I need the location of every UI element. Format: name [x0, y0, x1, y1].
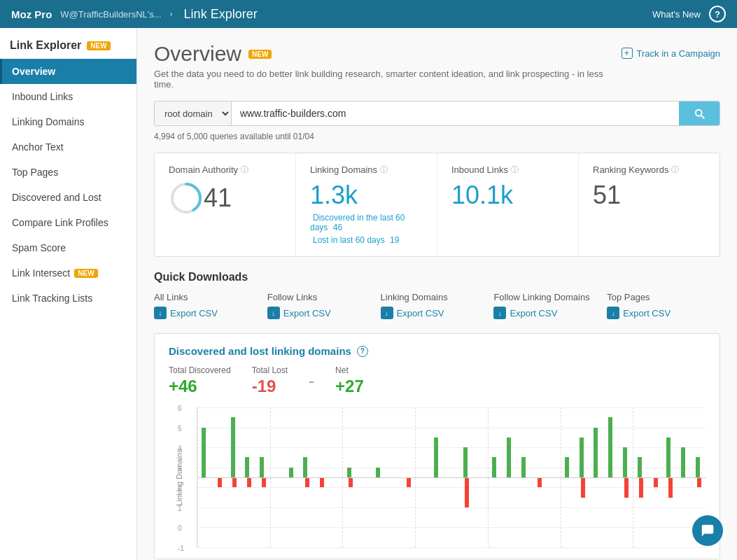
ld-discovered-label: Discovered in the last 60 days: [310, 213, 405, 232]
downloads-row: All Links ↓ Export CSV Follow Links ↓ Ex…: [154, 292, 720, 319]
download-icon-2: ↓: [267, 307, 280, 319]
overview-heading: Overview: [154, 42, 241, 66]
nav-item-inner: Link Intersect NEW: [12, 267, 127, 279]
sidebar-nav: Overview Inbound Links Linking Domains A…: [0, 59, 136, 311]
sidebar-link-tracking[interactable]: Link Tracking Lists: [0, 286, 136, 311]
quick-downloads-section: Quick Downloads All Links ↓ Export CSV F…: [154, 271, 720, 319]
sidebar-link-compare[interactable]: Compare Link Profiles: [0, 210, 136, 235]
chat-bubble[interactable]: [692, 515, 723, 546]
sidebar-item-linking-domains[interactable]: Linking Domains: [0, 109, 136, 134]
domain-type-select[interactable]: root domain subdomain exact page: [155, 102, 232, 125]
track-campaign-button[interactable]: + Track in a Campaign: [622, 48, 720, 59]
overview-header: Overview NEW Get the data you need to do…: [154, 42, 720, 90]
top-pages-dl-label: Top Pages: [607, 292, 720, 302]
il-info-icon[interactable]: ⓘ: [511, 164, 519, 175]
ld-sub: Discovered in the last 60 days 46: [310, 213, 423, 232]
total-lost: Total Lost -19: [252, 365, 288, 396]
discovered-title: Discovered and lost linking domains ?: [169, 345, 706, 357]
sidebar-item-top-pages[interactable]: Top Pages: [0, 160, 136, 185]
download-all-links: All Links ↓ Export CSV: [154, 292, 267, 319]
follow-ld-label: Follow Linking Domains: [493, 292, 607, 302]
sidebar-item-discovered-lost[interactable]: Discovered and Lost: [0, 185, 136, 210]
top-pages-export[interactable]: ↓ Export CSV: [607, 307, 720, 319]
breadcrumb-chevron: ›: [170, 9, 173, 19]
queries-info: 4,994 of 5,000 queries available until 0…: [154, 132, 720, 141]
bar-chart: Linking Domains 6543210-1: [169, 407, 706, 547]
da-circle-chart: [169, 181, 204, 216]
linking-domains-export[interactable]: ↓ Export CSV: [381, 307, 494, 319]
download-top-pages: Top Pages ↓ Export CSV: [607, 292, 720, 319]
sidebar-item-link-tracking[interactable]: Link Tracking Lists: [0, 286, 136, 311]
da-value-area: 41: [169, 181, 232, 216]
download-follow-links: Follow Links ↓ Export CSV: [267, 292, 381, 319]
download-icon: ↓: [154, 307, 167, 319]
track-campaign-label: Track in a Campaign: [637, 48, 720, 59]
all-links-export[interactable]: ↓ Export CSV: [154, 307, 267, 319]
sidebar-item-link-intersect[interactable]: Link Intersect NEW: [0, 260, 136, 286]
sidebar-link-inbound-links[interactable]: Inbound Links: [0, 84, 136, 109]
account-label[interactable]: W@TrafficBuildersNL's...: [60, 9, 161, 20]
main-content: Overview NEW Get the data you need to do…: [137, 28, 737, 560]
sidebar-item-inbound-links[interactable]: Inbound Links: [0, 84, 136, 109]
total-discovered: Total Discovered +46: [169, 365, 231, 396]
overview-subtitle: Get the data you need to do better link …: [154, 69, 609, 90]
search-bar: root domain subdomain exact page: [154, 101, 720, 126]
overview-title-area: Overview NEW Get the data you need to do…: [154, 42, 609, 90]
sidebar: Link Explorer NEW Overview Inbound Links…: [0, 28, 137, 560]
sidebar-link-linking-domains[interactable]: Linking Domains: [0, 109, 136, 134]
rk-label: Ranking Keywords ⓘ: [593, 164, 706, 175]
stat-domain-authority: Domain Authority ⓘ 41: [155, 153, 296, 256]
whats-new-link[interactable]: What's New: [652, 9, 701, 20]
sidebar-new-badge: NEW: [87, 41, 110, 50]
il-label: Inbound Links ⓘ: [451, 164, 564, 175]
ld-lost: Lost in last 60 days 19: [310, 235, 423, 245]
sidebar-link-spam-score[interactable]: Spam Score: [0, 235, 136, 260]
top-navigation: Moz Pro W@TrafficBuildersNL's... › Link …: [0, 0, 737, 28]
download-icon-3: ↓: [381, 307, 393, 319]
net-value-item: Net +27: [335, 365, 364, 396]
sidebar-header: Link Explorer NEW: [0, 28, 136, 59]
sidebar-link-discovered-lost[interactable]: Discovered and Lost: [0, 185, 136, 210]
brand-logo: Moz Pro: [11, 8, 52, 20]
stat-linking-domains: Linking Domains ⓘ 1.3k Discovered in the…: [296, 153, 437, 256]
sidebar-item-anchor-text[interactable]: Anchor Text: [0, 134, 136, 160]
rk-info-icon[interactable]: ⓘ: [671, 164, 679, 175]
ld-lost-value: 19: [390, 235, 399, 245]
da-info-icon[interactable]: ⓘ: [241, 164, 248, 175]
quick-downloads-title: Quick Downloads: [154, 271, 720, 284]
linking-domains-export-label: Export CSV: [397, 308, 444, 318]
ld-info-icon[interactable]: ⓘ: [380, 164, 388, 175]
overview-new-badge: NEW: [248, 50, 272, 59]
sidebar-item-spam-score[interactable]: Spam Score: [0, 235, 136, 260]
download-linking-domains: Linking Domains ↓ Export CSV: [381, 292, 494, 319]
total-discovered-label: Total Discovered: [169, 365, 231, 375]
page-title: Link Explorer: [184, 7, 258, 22]
follow-links-export[interactable]: ↓ Export CSV: [267, 307, 381, 319]
all-links-label: All Links: [154, 292, 267, 302]
discovered-title-text: Discovered and lost linking domains: [169, 345, 351, 357]
chart-inner: 6543210-1: [197, 407, 706, 547]
net-dash: -: [309, 371, 314, 391]
help-icon[interactable]: ?: [709, 6, 726, 22]
search-button[interactable]: [679, 102, 720, 125]
linking-domains-dl-label: Linking Domains: [381, 292, 494, 302]
da-number: 41: [204, 183, 232, 213]
follow-ld-export[interactable]: ↓ Export CSV: [493, 307, 607, 319]
sidebar-title: Link Explorer: [10, 39, 81, 52]
sidebar-link-overview[interactable]: Overview: [0, 59, 136, 84]
discovered-help-icon[interactable]: ?: [357, 346, 368, 357]
search-icon: [693, 107, 706, 120]
search-input[interactable]: [232, 102, 679, 125]
all-links-export-label: Export CSV: [170, 308, 218, 318]
zero-line: [197, 477, 706, 478]
net-label: Net: [335, 365, 364, 375]
ld-value: 1.3k: [310, 181, 423, 210]
sidebar-link-anchor-text[interactable]: Anchor Text: [0, 134, 136, 160]
top-pages-export-label: Export CSV: [623, 308, 671, 318]
ld-label: Linking Domains ⓘ: [310, 164, 423, 175]
sidebar-link-intersect[interactable]: Link Intersect NEW: [0, 260, 136, 286]
sidebar-item-overview[interactable]: Overview: [0, 59, 136, 84]
overview-title-row: Overview NEW: [154, 42, 609, 66]
sidebar-link-top-pages[interactable]: Top Pages: [0, 160, 136, 185]
sidebar-item-compare-link-profiles[interactable]: Compare Link Profiles: [0, 210, 136, 235]
